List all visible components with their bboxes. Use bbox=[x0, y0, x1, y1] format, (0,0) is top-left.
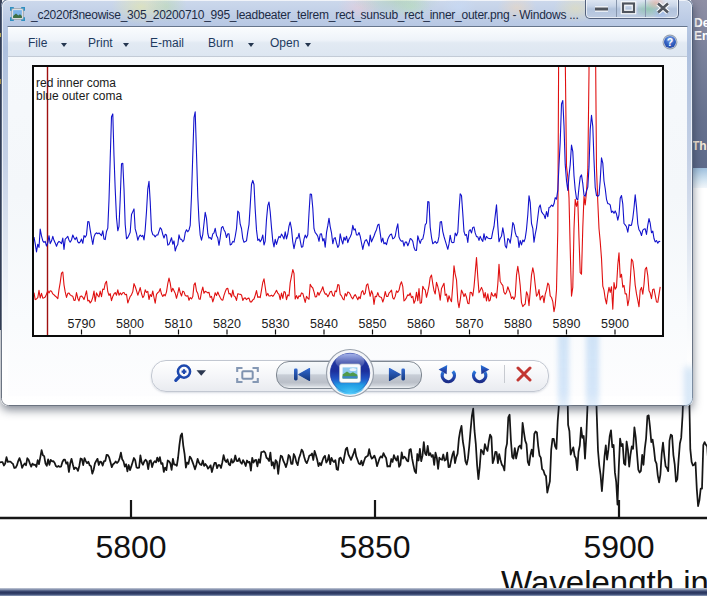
svg-text:5900: 5900 bbox=[583, 529, 654, 565]
svg-text:5850: 5850 bbox=[339, 529, 410, 565]
svg-text:5800: 5800 bbox=[95, 529, 166, 565]
